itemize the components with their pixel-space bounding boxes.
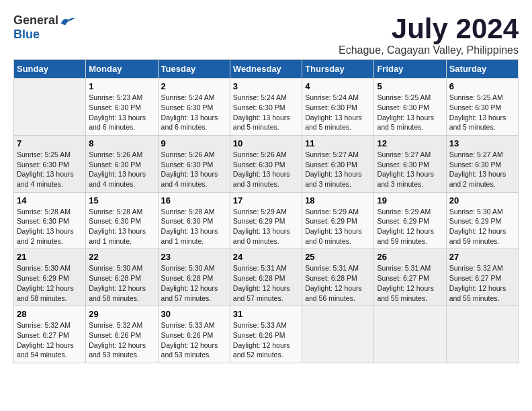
day-cell: 29Sunrise: 5:32 AM Sunset: 6:26 PM Dayli… [86, 306, 158, 363]
day-info: Sunrise: 5:32 AM Sunset: 6:26 PM Dayligh… [89, 320, 154, 360]
day-info: Sunrise: 5:30 AM Sunset: 6:28 PM Dayligh… [89, 263, 154, 303]
day-number: 2 [161, 81, 227, 91]
day-cell: 13Sunrise: 5:27 AM Sunset: 6:30 PM Dayli… [446, 135, 518, 192]
logo: General Blue [13, 13, 76, 42]
page-header: General Blue July 2024 Echague, Cagayan … [13, 13, 519, 56]
day-info: Sunrise: 5:28 AM Sunset: 6:30 PM Dayligh… [161, 207, 227, 246]
day-number: 4 [305, 81, 371, 91]
day-cell [374, 306, 446, 363]
day-cell: 5Sunrise: 5:25 AM Sunset: 6:30 PM Daylig… [374, 79, 446, 136]
day-number: 1 [89, 81, 154, 91]
day-info: Sunrise: 5:29 AM Sunset: 6:29 PM Dayligh… [377, 207, 443, 246]
day-info: Sunrise: 5:33 AM Sunset: 6:26 PM Dayligh… [161, 320, 227, 360]
day-cell: 12Sunrise: 5:27 AM Sunset: 6:30 PM Dayli… [374, 135, 446, 192]
week-row-3: 14Sunrise: 5:28 AM Sunset: 6:30 PM Dayli… [14, 192, 519, 249]
day-info: Sunrise: 5:26 AM Sunset: 6:30 PM Dayligh… [89, 150, 154, 189]
day-info: Sunrise: 5:28 AM Sunset: 6:30 PM Dayligh… [89, 207, 154, 246]
day-cell: 8Sunrise: 5:26 AM Sunset: 6:30 PM Daylig… [86, 135, 158, 192]
day-number: 3 [233, 81, 299, 91]
day-cell [14, 79, 86, 136]
day-cell: 30Sunrise: 5:33 AM Sunset: 6:26 PM Dayli… [158, 306, 230, 363]
day-cell [302, 306, 374, 363]
day-info: Sunrise: 5:31 AM Sunset: 6:28 PM Dayligh… [233, 263, 299, 303]
day-number: 25 [305, 252, 371, 262]
day-cell: 6Sunrise: 5:25 AM Sunset: 6:30 PM Daylig… [446, 79, 518, 136]
day-cell: 28Sunrise: 5:32 AM Sunset: 6:27 PM Dayli… [14, 306, 86, 363]
day-number: 27 [449, 252, 515, 262]
day-number: 14 [17, 195, 83, 205]
day-cell: 24Sunrise: 5:31 AM Sunset: 6:28 PM Dayli… [230, 249, 302, 306]
day-info: Sunrise: 5:26 AM Sunset: 6:30 PM Dayligh… [233, 150, 299, 189]
header-cell-sunday: Sunday [14, 60, 86, 79]
day-cell: 19Sunrise: 5:29 AM Sunset: 6:29 PM Dayli… [374, 192, 446, 249]
day-cell: 17Sunrise: 5:29 AM Sunset: 6:29 PM Dayli… [230, 192, 302, 249]
day-cell: 15Sunrise: 5:28 AM Sunset: 6:30 PM Dayli… [86, 192, 158, 249]
day-number: 15 [89, 195, 154, 205]
day-info: Sunrise: 5:28 AM Sunset: 6:30 PM Dayligh… [17, 207, 83, 246]
day-number: 21 [17, 252, 83, 262]
day-number: 7 [17, 138, 83, 148]
day-cell: 7Sunrise: 5:25 AM Sunset: 6:30 PM Daylig… [14, 135, 86, 192]
day-info: Sunrise: 5:25 AM Sunset: 6:30 PM Dayligh… [17, 150, 83, 189]
day-cell: 18Sunrise: 5:29 AM Sunset: 6:29 PM Dayli… [302, 192, 374, 249]
day-number: 26 [377, 252, 443, 262]
header-cell-wednesday: Wednesday [230, 60, 302, 79]
logo-general-text: General [13, 13, 58, 28]
calendar-title: July 2024 [339, 13, 519, 44]
header-cell-monday: Monday [86, 60, 158, 79]
logo-bird-icon [60, 15, 76, 27]
day-cell: 21Sunrise: 5:30 AM Sunset: 6:29 PM Dayli… [14, 249, 86, 306]
day-number: 20 [449, 195, 515, 205]
day-cell: 25Sunrise: 5:31 AM Sunset: 6:28 PM Dayli… [302, 249, 374, 306]
day-number: 8 [89, 138, 154, 148]
header-cell-thursday: Thursday [302, 60, 374, 79]
day-number: 29 [89, 309, 154, 319]
day-cell: 3Sunrise: 5:24 AM Sunset: 6:30 PM Daylig… [230, 79, 302, 136]
day-number: 18 [305, 195, 371, 205]
day-number: 6 [449, 81, 515, 91]
day-cell: 31Sunrise: 5:33 AM Sunset: 6:26 PM Dayli… [230, 306, 302, 363]
day-number: 16 [161, 195, 227, 205]
day-info: Sunrise: 5:24 AM Sunset: 6:30 PM Dayligh… [161, 93, 227, 132]
day-cell: 16Sunrise: 5:28 AM Sunset: 6:30 PM Dayli… [158, 192, 230, 249]
day-info: Sunrise: 5:24 AM Sunset: 6:30 PM Dayligh… [233, 93, 299, 132]
day-number: 31 [233, 309, 299, 319]
day-number: 30 [161, 309, 227, 319]
day-number: 23 [161, 252, 227, 262]
day-info: Sunrise: 5:32 AM Sunset: 6:27 PM Dayligh… [449, 263, 515, 303]
day-cell: 9Sunrise: 5:26 AM Sunset: 6:30 PM Daylig… [158, 135, 230, 192]
day-cell: 26Sunrise: 5:31 AM Sunset: 6:27 PM Dayli… [374, 249, 446, 306]
header-cell-friday: Friday [374, 60, 446, 79]
day-cell: 23Sunrise: 5:30 AM Sunset: 6:28 PM Dayli… [158, 249, 230, 306]
day-info: Sunrise: 5:33 AM Sunset: 6:26 PM Dayligh… [233, 320, 299, 360]
logo-blue-text: Blue [13, 28, 40, 42]
week-row-2: 7Sunrise: 5:25 AM Sunset: 6:30 PM Daylig… [14, 135, 519, 192]
day-info: Sunrise: 5:31 AM Sunset: 6:27 PM Dayligh… [377, 263, 443, 303]
title-block: July 2024 Echague, Cagayan Valley, Phili… [339, 13, 519, 56]
day-cell [446, 306, 518, 363]
day-info: Sunrise: 5:30 AM Sunset: 6:28 PM Dayligh… [161, 263, 227, 303]
week-row-4: 21Sunrise: 5:30 AM Sunset: 6:29 PM Dayli… [14, 249, 519, 306]
day-number: 22 [89, 252, 154, 262]
header-row: SundayMondayTuesdayWednesdayThursdayFrid… [14, 60, 519, 79]
day-number: 19 [377, 195, 443, 205]
day-info: Sunrise: 5:29 AM Sunset: 6:29 PM Dayligh… [233, 207, 299, 246]
day-cell: 14Sunrise: 5:28 AM Sunset: 6:30 PM Dayli… [14, 192, 86, 249]
day-info: Sunrise: 5:27 AM Sunset: 6:30 PM Dayligh… [377, 150, 443, 189]
day-cell: 10Sunrise: 5:26 AM Sunset: 6:30 PM Dayli… [230, 135, 302, 192]
day-info: Sunrise: 5:30 AM Sunset: 6:29 PM Dayligh… [17, 263, 83, 303]
day-cell: 20Sunrise: 5:30 AM Sunset: 6:29 PM Dayli… [446, 192, 518, 249]
day-number: 12 [377, 138, 443, 148]
day-info: Sunrise: 5:27 AM Sunset: 6:30 PM Dayligh… [305, 150, 371, 189]
header-cell-saturday: Saturday [446, 60, 518, 79]
day-cell: 4Sunrise: 5:24 AM Sunset: 6:30 PM Daylig… [302, 79, 374, 136]
day-info: Sunrise: 5:27 AM Sunset: 6:30 PM Dayligh… [449, 150, 515, 189]
day-info: Sunrise: 5:31 AM Sunset: 6:28 PM Dayligh… [305, 263, 371, 303]
day-info: Sunrise: 5:24 AM Sunset: 6:30 PM Dayligh… [305, 93, 371, 132]
day-info: Sunrise: 5:29 AM Sunset: 6:29 PM Dayligh… [305, 207, 371, 246]
day-cell: 22Sunrise: 5:30 AM Sunset: 6:28 PM Dayli… [86, 249, 158, 306]
week-row-1: 1Sunrise: 5:23 AM Sunset: 6:30 PM Daylig… [14, 79, 519, 136]
day-info: Sunrise: 5:26 AM Sunset: 6:30 PM Dayligh… [161, 150, 227, 189]
day-cell: 2Sunrise: 5:24 AM Sunset: 6:30 PM Daylig… [158, 79, 230, 136]
day-number: 9 [161, 138, 227, 148]
